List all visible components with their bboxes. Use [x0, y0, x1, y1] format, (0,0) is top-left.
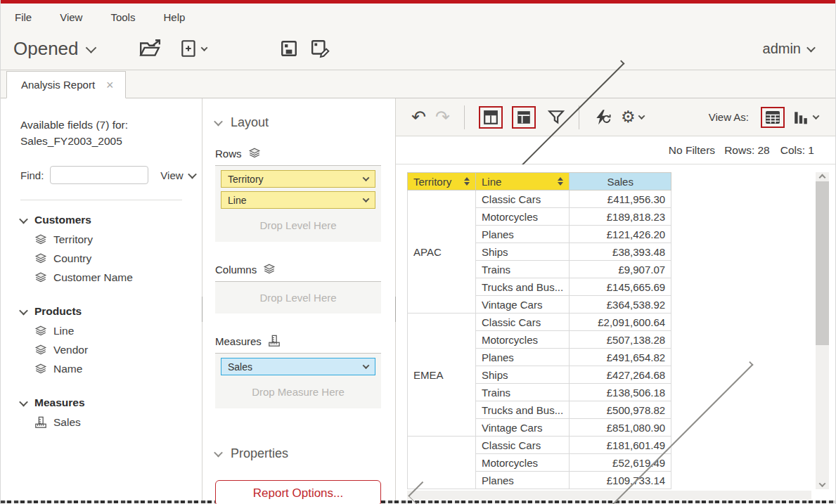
sales-cell[interactable]: £121,426.20 — [570, 226, 671, 243]
sales-cell[interactable]: £364,538.92 — [570, 296, 671, 314]
scroll-down-arrow[interactable] — [816, 479, 829, 489]
column-header-sales[interactable]: Sales — [570, 173, 671, 190]
main-toolbar: Opened admin — [1, 29, 835, 68]
field-customer-name[interactable]: Customer Name — [20, 268, 202, 287]
field-name[interactable]: Name — [20, 359, 202, 378]
line-cell[interactable]: Motorcycles — [476, 454, 570, 472]
tree-header-customers[interactable]: Customers — [20, 210, 202, 230]
menu-view[interactable]: View — [60, 11, 82, 23]
line-cell[interactable]: Motorcycles — [476, 331, 570, 349]
sales-cell[interactable]: £189,818.23 — [570, 208, 671, 226]
close-icon[interactable]: × — [106, 79, 114, 91]
menu-tools[interactable]: Tools — [110, 11, 135, 23]
line-cell[interactable]: Planes — [476, 472, 570, 489]
tree-header-measures[interactable]: Measures — [20, 393, 202, 413]
properties-section-header[interactable]: Properties — [215, 446, 381, 461]
line-cell[interactable]: Classic Cars — [476, 437, 570, 454]
sales-cell[interactable]: £2,091,600.64 — [570, 314, 671, 331]
field-vendor[interactable]: Vendor — [20, 340, 202, 359]
report-options-button[interactable]: Report Options... — [215, 480, 381, 504]
sales-cell[interactable]: £427,264.68 — [570, 366, 671, 384]
territory-cell[interactable]: EMEA — [408, 314, 476, 437]
view-dropdown[interactable]: View — [160, 169, 195, 181]
field-country[interactable]: Country — [20, 249, 202, 268]
columns-label: Columns — [215, 263, 381, 276]
sales-cell[interactable]: £491,654.82 — [570, 349, 671, 366]
sort-icon[interactable] — [558, 177, 563, 186]
save-as-button[interactable] — [311, 39, 330, 58]
undo-button[interactable]: ↶ — [411, 108, 426, 126]
column-header-line[interactable]: Line — [476, 173, 570, 190]
gear-icon: ⚙ — [621, 109, 636, 125]
new-file-button[interactable] — [179, 39, 207, 58]
user-menu[interactable]: admin — [763, 41, 814, 57]
row-chip-territory[interactable]: Territory — [221, 170, 375, 188]
tree-header-products[interactable]: Products — [20, 302, 202, 321]
line-cell[interactable]: Trucks and Bus... — [476, 401, 570, 419]
auto-refresh-button[interactable] — [593, 109, 612, 126]
group-label: Customers — [34, 214, 91, 226]
column-header-territory[interactable]: Territory — [408, 173, 476, 190]
line-cell[interactable]: Vintage Cars — [476, 296, 570, 314]
columns-dropzone[interactable]: Drop Level Here — [215, 281, 381, 314]
sales-cell[interactable]: £109,733.14 — [570, 472, 671, 489]
line-cell[interactable]: Motorcycles — [476, 208, 570, 226]
toggle-fields-panel-button[interactable] — [479, 106, 503, 129]
line-cell[interactable]: Trains — [476, 261, 570, 278]
field-line[interactable]: Line — [20, 321, 202, 340]
sales-cell[interactable]: £507,138.28 — [570, 331, 671, 349]
line-cell[interactable]: Ships — [476, 243, 570, 261]
line-cell[interactable]: Classic Cars — [476, 190, 570, 208]
field-sales[interactable]: Sales — [20, 413, 202, 432]
row-chip-line[interactable]: Line — [221, 191, 375, 209]
territory-cell[interactable] — [408, 437, 476, 489]
menu-file[interactable]: File — [15, 11, 32, 23]
sales-cell[interactable]: £138,506.18 — [570, 384, 671, 401]
sales-cell[interactable]: £851,080.90 — [570, 419, 671, 437]
sales-cell[interactable]: £38,393.48 — [570, 243, 671, 261]
view-as-table-button[interactable] — [761, 107, 785, 128]
menu-bar: File View Tools Help — [1, 4, 835, 23]
chevron-down-icon — [363, 174, 370, 181]
rows-dropzone[interactable]: Territory Line Drop Level Here — [215, 165, 381, 242]
filter-bar[interactable]: No Filters Rows: 28 Cols: 1 — [396, 136, 835, 164]
sales-cell[interactable]: £500,978.82 — [570, 401, 671, 419]
view-as-chart-button[interactable] — [794, 110, 818, 125]
settings-dropdown[interactable]: ⚙ — [621, 109, 644, 125]
vertical-scrollbar[interactable] — [816, 172, 829, 489]
layers-icon — [34, 252, 47, 265]
sales-cell[interactable]: £181,601.49 — [570, 437, 671, 454]
scroll-up-arrow[interactable] — [816, 172, 829, 182]
measure-chip-sales[interactable]: Sales — [221, 358, 375, 375]
sales-cell[interactable]: £145,665.69 — [570, 278, 671, 296]
line-cell[interactable]: Classic Cars — [476, 314, 570, 331]
menu-help[interactable]: Help — [163, 11, 185, 23]
folder-open-icon — [139, 39, 161, 58]
line-cell[interactable]: Ships — [476, 366, 570, 384]
redo-button[interactable]: ↷ — [435, 108, 450, 126]
find-input[interactable] — [50, 166, 148, 184]
chevron-down-icon — [214, 448, 223, 458]
line-cell[interactable]: Vintage Cars — [476, 419, 570, 437]
open-file-button[interactable] — [139, 39, 161, 58]
layout-section-header[interactable]: Layout — [215, 115, 381, 130]
toggle-layout-panel-button[interactable] — [512, 106, 536, 129]
opened-dropdown[interactable]: Opened — [13, 38, 95, 60]
sort-icon[interactable] — [464, 177, 470, 186]
sales-cell[interactable]: £411,956.30 — [570, 190, 671, 208]
horizontal-scrollbar[interactable] — [407, 491, 811, 500]
tab-analysis-report[interactable]: Analysis Report × — [6, 71, 126, 98]
line-cell[interactable]: Planes — [476, 226, 570, 243]
field-label: Territory — [53, 233, 93, 246]
territory-cell[interactable]: APAC — [408, 190, 476, 314]
save-button[interactable] — [280, 39, 298, 58]
line-cell[interactable]: Planes — [476, 349, 570, 366]
scrollbar-thumb[interactable] — [816, 181, 829, 345]
chevron-down-icon — [19, 306, 28, 315]
line-cell[interactable]: Trains — [476, 384, 570, 401]
save-icon — [280, 39, 298, 58]
field-territory[interactable]: Territory — [20, 230, 202, 249]
sales-cell[interactable]: £9,907.07 — [570, 261, 671, 278]
measures-dropzone[interactable]: Sales Drop Measure Here — [215, 353, 381, 408]
line-cell[interactable]: Trucks and Bus... — [476, 278, 570, 296]
